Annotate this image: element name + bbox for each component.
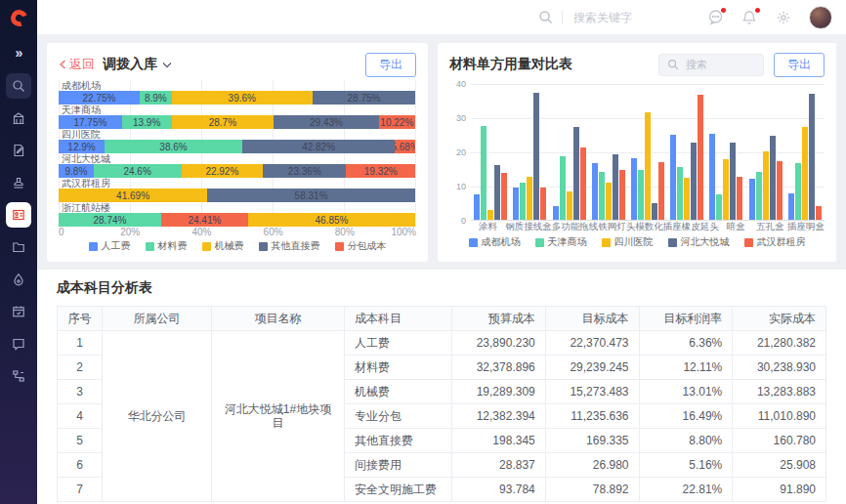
chart-search-input[interactable]: [684, 58, 752, 71]
bar[interactable]: [788, 193, 794, 220]
bar[interactable]: [560, 156, 566, 220]
bar-segment[interactable]: 38.6%: [105, 140, 242, 153]
calendar-icon[interactable]: [6, 299, 31, 324]
bar[interactable]: [540, 188, 546, 220]
bar[interactable]: [645, 112, 651, 220]
badge-icon-active[interactable]: [6, 202, 31, 228]
bar[interactable]: [580, 147, 586, 220]
bar-segment[interactable]: 42.82%: [242, 140, 395, 153]
workflow-icon[interactable]: [6, 363, 31, 389]
legend-item[interactable]: 机械费: [202, 239, 244, 253]
bar[interactable]: [816, 206, 822, 220]
bar[interactable]: [809, 94, 815, 221]
bar[interactable]: [619, 170, 625, 220]
building-icon[interactable]: [6, 105, 31, 131]
legend-item[interactable]: 四川医院: [602, 235, 654, 249]
avatar[interactable]: [809, 6, 832, 29]
bar-segment[interactable]: 23.36%: [263, 164, 346, 178]
gear-icon[interactable]: [775, 9, 792, 26]
expand-sidebar-icon[interactable]: »: [16, 45, 22, 61]
document-edit-icon[interactable]: [6, 138, 31, 163]
bar[interactable]: [553, 206, 559, 220]
bar-segment[interactable]: 39.6%: [172, 91, 314, 105]
bar[interactable]: [777, 161, 783, 220]
bar[interactable]: [763, 151, 769, 220]
bar[interactable]: [670, 135, 676, 221]
sidebar-search-icon[interactable]: [6, 73, 31, 99]
legend-item[interactable]: 分包成本: [335, 239, 387, 253]
search-icon[interactable]: [538, 10, 553, 24]
bar[interactable]: [520, 183, 526, 221]
bar-segment[interactable]: 19.32%: [346, 164, 415, 178]
bar-segment[interactable]: 22.92%: [182, 164, 264, 178]
back-link[interactable]: 返回: [59, 56, 95, 73]
bar[interactable]: [573, 127, 579, 220]
bar[interactable]: [474, 194, 480, 220]
bar-segment[interactable]: 12.9%: [59, 140, 105, 153]
legend-item[interactable]: 其他直接费: [259, 239, 320, 253]
bar[interactable]: [487, 210, 493, 221]
bar[interactable]: [613, 154, 618, 220]
legend-item[interactable]: 材料费: [146, 239, 188, 253]
bar[interactable]: [592, 163, 598, 220]
bar[interactable]: [737, 177, 742, 220]
legend-item[interactable]: 天津商场: [535, 235, 587, 249]
legend-item[interactable]: 人工费: [89, 239, 131, 253]
bar[interactable]: [658, 162, 664, 221]
bar[interactable]: [723, 159, 729, 220]
bar[interactable]: [802, 127, 808, 220]
export-button[interactable]: 导出: [774, 53, 825, 77]
bar[interactable]: [795, 163, 801, 220]
bar-segment[interactable]: 28.7%: [172, 115, 275, 129]
bar[interactable]: [513, 188, 519, 220]
bar-segment[interactable]: 28.75%: [313, 91, 415, 105]
bar-segment[interactable]: 9.8%: [59, 164, 94, 178]
bar-segment[interactable]: 10.22%: [379, 115, 415, 129]
bar[interactable]: [501, 173, 507, 220]
legend-item[interactable]: 河北大悦城: [668, 235, 730, 249]
bar-segment[interactable]: 17.75%: [59, 115, 122, 129]
bar[interactable]: [652, 203, 657, 220]
bar[interactable]: [494, 165, 500, 220]
message-icon[interactable]: [706, 9, 724, 26]
bar[interactable]: [698, 95, 703, 220]
bell-icon[interactable]: [740, 9, 758, 26]
bar[interactable]: [527, 177, 532, 220]
bar-segment[interactable]: 29.43%: [274, 115, 378, 129]
bar-segment[interactable]: 58.31%: [207, 189, 415, 202]
global-search-input[interactable]: [571, 10, 659, 25]
bar[interactable]: [730, 143, 736, 220]
bar[interactable]: [606, 183, 612, 221]
export-button[interactable]: 导出: [365, 53, 416, 77]
bar-segment[interactable]: 24.6%: [94, 164, 182, 178]
bar[interactable]: [709, 134, 715, 220]
bar-segment[interactable]: 28.74%: [59, 213, 161, 227]
bar[interactable]: [756, 172, 762, 220]
bar[interactable]: [770, 136, 776, 220]
bar[interactable]: [599, 172, 605, 220]
bar-segment[interactable]: 22.75%: [59, 91, 140, 105]
chat-square-icon[interactable]: [6, 331, 31, 357]
bar[interactable]: [631, 158, 637, 220]
stamp-icon[interactable]: [6, 170, 31, 195]
bar[interactable]: [684, 178, 690, 220]
legend-item[interactable]: 成都机场: [469, 235, 521, 249]
legend-item[interactable]: 武汉群租房: [744, 235, 806, 249]
bar-segment[interactable]: 24.41%: [161, 213, 248, 227]
bar-segment[interactable]: 41.69%: [59, 189, 207, 202]
bar-segment[interactable]: 46.85%: [248, 213, 415, 227]
bar[interactable]: [638, 170, 644, 220]
bar[interactable]: [533, 93, 539, 220]
bar-segment[interactable]: 8.9%: [140, 91, 171, 105]
chevron-down-icon[interactable]: [162, 62, 172, 68]
bar[interactable]: [567, 191, 572, 220]
folder-icon[interactable]: [6, 234, 31, 260]
bar-segment[interactable]: 5.68%: [395, 140, 415, 153]
bar[interactable]: [691, 143, 697, 220]
bar[interactable]: [749, 179, 755, 220]
bar[interactable]: [481, 126, 486, 220]
bar[interactable]: [677, 167, 683, 220]
bar[interactable]: [716, 194, 722, 220]
bar-segment[interactable]: 13.9%: [122, 115, 172, 129]
droplet-icon[interactable]: [6, 267, 31, 292]
